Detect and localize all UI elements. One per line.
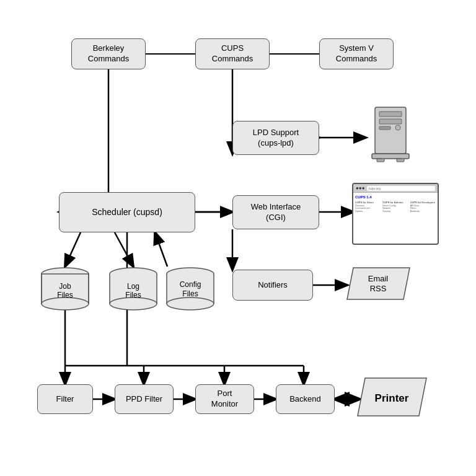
svg-line-12 [155, 232, 167, 267]
svg-rect-31 [372, 154, 409, 159]
svg-text:Config: Config [180, 280, 201, 289]
scheduler-box: Scheduler (cupsd) [59, 192, 195, 232]
svg-rect-33 [397, 159, 404, 162]
svg-rect-28 [379, 119, 402, 124]
backend-box: Backend [276, 384, 335, 414]
filter-label: Filter [56, 394, 74, 405]
svg-line-11 [115, 232, 133, 267]
cups-commands-label: CUPSCommands [212, 43, 253, 64]
svg-text:Email: Email [368, 274, 389, 283]
ppd-filter-box: PPD Filter [115, 384, 174, 414]
backend-label: Backend [289, 394, 321, 405]
computer-icon [366, 104, 415, 172]
svg-text:Printer: Printer [375, 392, 409, 404]
sysv-commands-label: System VCommands [336, 43, 377, 64]
svg-point-48 [110, 298, 157, 310]
web-browser-thumbnail: ●●● cups.org CUPS 1.4 CUPS for Users Ove… [352, 183, 439, 245]
ppd-filter-label: PPD Filter [126, 394, 162, 405]
svg-point-41 [42, 298, 89, 310]
berkeley-commands-box: Berkeley Commands [71, 38, 146, 69]
notifiers-box: Notifiers [232, 270, 313, 301]
diagram: Berkeley Commands CUPSCommands System VC… [0, 0, 476, 476]
svg-text:Log: Log [127, 282, 139, 291]
cups-commands-box: CUPSCommands [195, 38, 270, 69]
svg-text:Files: Files [57, 291, 73, 299]
port-monitor-label: PortMonitor [211, 389, 238, 410]
svg-rect-32 [377, 159, 384, 162]
web-interface-label: Web Interface(CGI) [251, 202, 301, 223]
lpd-support-box: LPD Support(cups-lpd) [232, 121, 319, 155]
svg-rect-27 [379, 112, 402, 117]
job-files-box: Job Files [39, 265, 91, 312]
port-monitor-box: PortMonitor [195, 384, 254, 414]
email-rss-box: Email RSS [346, 267, 411, 301]
berkeley-commands-label: Berkeley Commands [77, 43, 140, 64]
sysv-commands-box: System VCommands [319, 38, 394, 69]
config-files-box: Config Files [164, 265, 216, 312]
svg-text:Files: Files [125, 291, 141, 299]
svg-line-10 [65, 232, 81, 267]
scheduler-label: Scheduler (cupsd) [92, 206, 162, 218]
notifiers-label: Notifiers [258, 280, 288, 291]
lpd-support-label: LPD Support(cups-lpd) [253, 128, 299, 149]
printer-box: Printer [356, 377, 428, 417]
filter-box: Filter [37, 384, 93, 414]
log-files-box: Log Files [107, 265, 159, 312]
svg-point-30 [395, 125, 400, 130]
svg-point-55 [167, 298, 214, 310]
svg-text:RSS: RSS [370, 284, 387, 293]
svg-text:Files: Files [182, 289, 198, 298]
svg-text:Job: Job [59, 282, 71, 291]
svg-rect-29 [379, 126, 390, 130]
web-interface-box: Web Interface(CGI) [232, 195, 319, 229]
